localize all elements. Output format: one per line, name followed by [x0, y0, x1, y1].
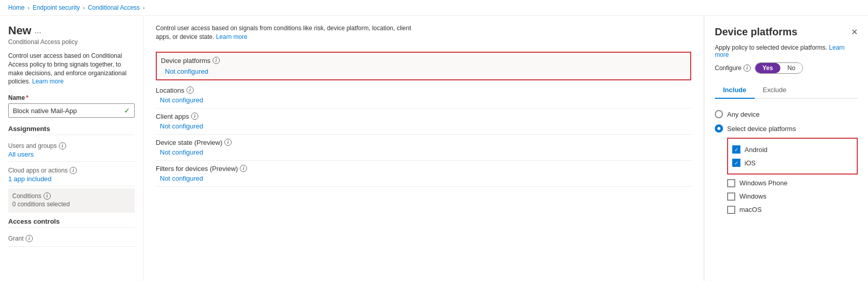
breadcrumb-sep-2: › [83, 5, 85, 11]
configure-info-icon[interactable]: i [743, 64, 751, 72]
breadcrumb: Home › Endpoint security › Conditional A… [0, 0, 868, 16]
windows-phone-option[interactable]: Windows Phone [727, 177, 858, 190]
configure-label: Configure i [715, 64, 751, 72]
filters-info-icon[interactable]: i [240, 165, 247, 172]
name-label: Name* [8, 94, 135, 101]
cloud-apps-label: Cloud apps or actions i [8, 167, 135, 174]
device-state-label: Device state (Preview) i [156, 139, 691, 146]
panel-description: Apply policy to selected device platform… [715, 44, 858, 58]
any-device-option[interactable]: Any device [715, 107, 858, 121]
device-platforms-value[interactable]: Not configured [161, 68, 686, 75]
any-device-radio[interactable] [715, 110, 723, 118]
toggle-no[interactable]: No [780, 63, 802, 73]
locations-value[interactable]: Not configured [156, 96, 691, 104]
left-panel: New ... Conditional Access policy Contro… [0, 16, 143, 281]
client-apps-section: Client apps i Not configured [156, 109, 691, 135]
client-apps-label: Client apps i [156, 113, 691, 120]
windows-label: Windows [739, 192, 767, 200]
device-platforms-info-icon[interactable]: i [213, 57, 220, 64]
conditions-label: Conditions i [12, 192, 131, 200]
client-apps-info-icon[interactable]: i [191, 113, 198, 120]
windows-phone-checkbox[interactable] [727, 179, 735, 187]
grant-label: Grant i [8, 235, 135, 242]
name-value: Block native Mail-App [13, 107, 77, 115]
conditions-value: 0 conditions selected [12, 201, 131, 208]
device-platforms-section[interactable]: Device platforms i Not configured [156, 52, 691, 80]
middle-description: Control user access based on signals fro… [156, 24, 412, 41]
filters-section: Filters for devices (Preview) i Not conf… [156, 161, 691, 187]
ios-label: iOS [745, 159, 756, 167]
device-state-info-icon[interactable]: i [224, 139, 232, 146]
macos-checkbox[interactable] [727, 206, 735, 214]
locations-section: Locations i Not configured [156, 82, 691, 109]
users-groups-label: Users and groups i [8, 142, 135, 149]
locations-info-icon[interactable]: i [187, 87, 194, 94]
tab-include[interactable]: Include [715, 82, 755, 99]
right-panel: Device platforms ✕ Apply policy to selec… [704, 16, 868, 281]
users-groups-value[interactable]: All users [8, 150, 135, 158]
select-platforms-radio[interactable] [715, 124, 723, 133]
windows-phone-label: Windows Phone [739, 179, 788, 187]
breadcrumb-home[interactable]: Home [8, 4, 25, 11]
page-ellipsis: ... [34, 26, 41, 35]
platform-options-box: ✓ Android ✓ iOS [727, 138, 858, 175]
page-title: New [8, 24, 31, 37]
cloud-apps-item: Cloud apps or actions i 1 app included [8, 164, 135, 186]
name-check-icon: ✓ [124, 106, 130, 115]
windows-checkbox[interactable] [727, 192, 735, 201]
device-state-section: Device state (Preview) i Not configured [156, 135, 691, 161]
page-subtitle: Conditional Access policy [8, 38, 135, 46]
name-input[interactable]: Block native Mail-App ✓ [8, 103, 135, 118]
filters-label: Filters for devices (Preview) i [156, 165, 691, 172]
configure-row: Configure i Yes No [715, 62, 858, 74]
cloud-apps-info-icon[interactable]: i [70, 167, 77, 174]
access-controls-header: Access controls [8, 218, 135, 228]
cloud-apps-value[interactable]: 1 app included [8, 175, 135, 183]
android-label: Android [745, 146, 768, 154]
tab-exclude[interactable]: Exclude [755, 82, 795, 99]
users-groups-item: Users and groups i All users [8, 139, 135, 162]
breadcrumb-endpoint-security[interactable]: Endpoint security [33, 4, 80, 11]
toggle-yes[interactable]: Yes [755, 63, 780, 73]
macos-option[interactable]: macOS [727, 203, 858, 217]
right-panel-title-text: Device platforms [715, 26, 797, 38]
left-learn-more-link[interactable]: Learn more [32, 78, 64, 85]
middle-panel: Control user access based on signals fro… [143, 16, 704, 281]
grant-info-icon[interactable]: i [26, 235, 33, 242]
grant-item: Grant i [8, 232, 135, 247]
ios-option[interactable]: ✓ iOS [732, 156, 853, 169]
android-option[interactable]: ✓ Android [732, 143, 853, 156]
breadcrumb-conditional-access[interactable]: Conditional Access [88, 4, 139, 11]
configure-toggle[interactable]: Yes No [755, 62, 803, 74]
select-platforms-label: Select device platforms [727, 125, 796, 133]
filters-value[interactable]: Not configured [156, 175, 691, 182]
right-panel-title-row: Device platforms ✕ [715, 26, 858, 38]
users-groups-info-icon[interactable]: i [59, 142, 66, 149]
conditions-info-icon[interactable]: i [44, 192, 51, 200]
any-device-label: Any device [727, 111, 760, 118]
ios-checkbox[interactable]: ✓ [732, 159, 740, 167]
middle-learn-more-link[interactable]: Learn more [216, 33, 247, 40]
locations-label: Locations i [156, 87, 691, 94]
breadcrumb-sep-1: › [28, 5, 30, 11]
left-description: Control user access based on Conditional… [8, 52, 135, 86]
android-checkbox[interactable]: ✓ [732, 145, 740, 154]
conditions-item: Conditions i 0 conditions selected [8, 188, 135, 212]
windows-option[interactable]: Windows [727, 190, 858, 203]
device-state-value[interactable]: Not configured [156, 148, 691, 156]
select-platforms-option[interactable]: Select device platforms [715, 121, 858, 136]
assignments-header: Assignments [8, 125, 135, 135]
client-apps-value[interactable]: Not configured [156, 122, 691, 130]
close-button[interactable]: ✕ [851, 27, 858, 37]
device-platforms-title: Device platforms i [161, 57, 686, 64]
macos-label: macOS [739, 206, 761, 213]
breadcrumb-sep-3: › [143, 5, 145, 11]
tabs-row: Include Exclude [715, 82, 858, 99]
